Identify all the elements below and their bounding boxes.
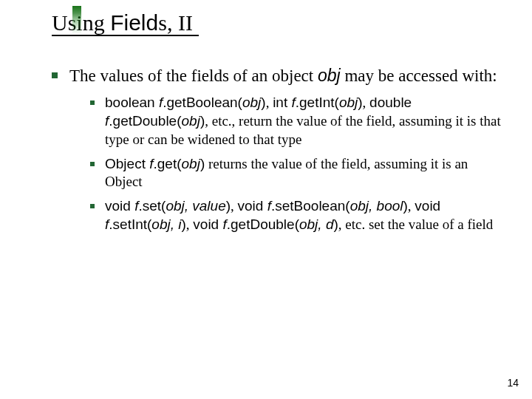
code-span: .getDouble( (227, 216, 299, 232)
page-number: 14 (507, 377, 519, 389)
bullet-list-lvl2: boolean f.getBoolean(obj), int f.getInt(… (69, 94, 502, 233)
text-span: , etc. set the value of a field (338, 216, 493, 232)
code-span: void (238, 198, 267, 214)
code-span: void (415, 198, 440, 214)
text-span: , (186, 216, 194, 232)
code-span: int (273, 95, 291, 110)
code-span: Object (105, 156, 149, 171)
code-span: .getInt( (296, 95, 339, 110)
code-span: obj, i (151, 216, 181, 232)
title-part2: Field (110, 10, 158, 35)
list-item: boolean f.getBoolean(obj), int f.getInt(… (90, 94, 502, 149)
code-span: void (193, 216, 222, 232)
text-span: , (266, 95, 273, 110)
list-item: Object f.get(obj) returns the value of t… (90, 155, 502, 191)
code-span: obj (182, 156, 200, 171)
code-span: .setBoolean( (271, 198, 350, 214)
code-span: .get( (153, 156, 181, 171)
list-item: void f.set(obj, value), void f.setBoolea… (90, 197, 502, 233)
code-span: obj, value (166, 198, 225, 214)
code-span: double (369, 95, 412, 110)
text-span: , (231, 198, 238, 214)
code-span: obj (182, 113, 200, 129)
code-span: .set( (138, 198, 166, 214)
intro-post: may be accessed with: (341, 66, 497, 85)
code-span: obj (339, 95, 358, 110)
intro-pre: The values of the fields of an object (69, 66, 318, 85)
title-wrap: Using Fields, II (52, 10, 199, 36)
code-span: obj, d (299, 216, 333, 232)
bullet-list-lvl1: The values of the fields of an object ob… (52, 65, 502, 233)
text-span: , (408, 198, 415, 214)
code-span: .getDouble( (109, 113, 181, 129)
code-span: .getBoolean( (163, 95, 242, 110)
code-span: boolean (105, 95, 159, 110)
code-span: void (105, 198, 134, 214)
list-item: The values of the fields of an object ob… (52, 65, 502, 233)
code-span: obj (242, 95, 261, 110)
title-accent-bar (72, 6, 81, 41)
code-span: .setInt( (109, 216, 151, 232)
title-part3: s, II (158, 10, 193, 35)
slide-body: The values of the fields of an object ob… (52, 65, 502, 239)
code-obj: obj (318, 66, 341, 85)
text-span: , (363, 95, 370, 110)
slide: Using Fields, II The values of the field… (0, 0, 532, 399)
code-span: obj, bool (350, 198, 403, 214)
